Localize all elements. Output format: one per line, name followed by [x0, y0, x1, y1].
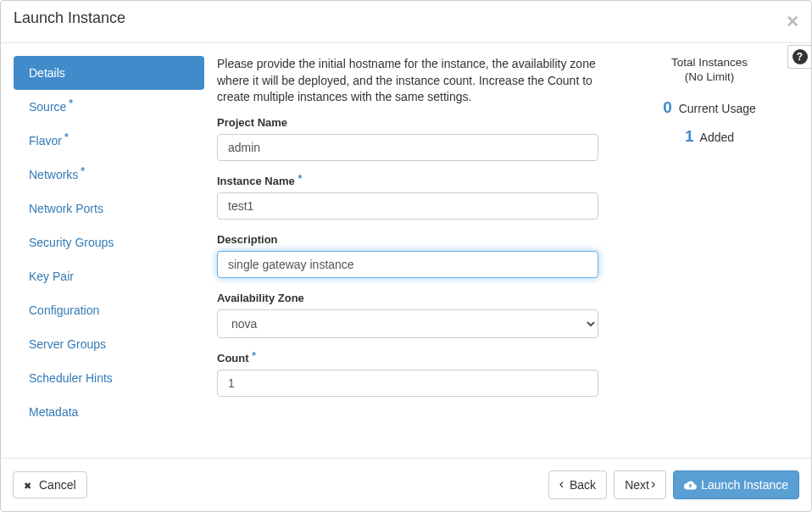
chevron-left-icon [559, 477, 565, 493]
help-button[interactable]: ? [787, 45, 811, 69]
required-asterisk-icon: * [252, 350, 256, 362]
form-area: Please provide the initial hostname for … [217, 56, 616, 445]
stat-number: 1 [685, 127, 694, 145]
sidebar-item-label: Flavor [29, 134, 62, 147]
sidebar-item-label: Key Pair [29, 270, 74, 283]
sidebar-item-label: Security Groups [29, 236, 114, 249]
stat-added: 1 Added [633, 127, 786, 146]
field-description: Description [217, 233, 616, 278]
wizard-sidebar: Details Source* Flavor* Networks* Networ… [14, 56, 204, 445]
label-description: Description [217, 233, 616, 246]
footer-right: Back Next Launch Instance [548, 470, 799, 499]
next-button[interactable]: Next [614, 470, 666, 499]
sidebar-item-label: Metadata [29, 405, 78, 419]
input-project-name[interactable] [217, 134, 598, 161]
stat-number: 0 [663, 98, 672, 116]
sidebar-item-label: Server Groups [29, 337, 106, 351]
label-count: Count * [217, 352, 616, 365]
cloud-upload-icon [684, 479, 697, 492]
sidebar-item-scheduler-hints[interactable]: Scheduler Hints [14, 361, 204, 395]
sidebar-item-network-ports[interactable]: Network Ports [14, 192, 204, 225]
field-instance-name: Instance Name * [217, 175, 616, 220]
modal-title: Launch Instance [14, 9, 125, 27]
field-project-name: Project Name [217, 116, 616, 161]
sidebar-item-key-pair[interactable]: Key Pair [14, 259, 204, 293]
stat-label: Added [700, 131, 734, 144]
cancel-button[interactable]: Cancel [13, 471, 87, 498]
sidebar-item-label: Configuration [29, 303, 99, 317]
stats-panel: Total Instances (No Limit) 0 Current Usa… [616, 56, 786, 445]
sidebar-item-source[interactable]: Source* [14, 90, 204, 124]
required-asterisk-icon: * [298, 173, 302, 185]
sidebar-item-flavor[interactable]: Flavor* [14, 124, 204, 158]
sidebar-item-networks[interactable]: Networks* [14, 158, 204, 192]
sidebar-item-security-groups[interactable]: Security Groups [14, 225, 204, 259]
sidebar-item-label: Networks [29, 168, 78, 181]
chevron-right-icon: Next [625, 477, 655, 493]
sidebar-item-label: Source [29, 100, 66, 114]
input-description[interactable] [217, 251, 598, 278]
field-count: Count * [217, 352, 616, 397]
back-button[interactable]: Back [548, 470, 607, 499]
help-icon: ? [793, 49, 808, 64]
input-count[interactable] [217, 370, 598, 397]
intro-text: Please provide the initial hostname for … [217, 56, 616, 106]
label-project-name: Project Name [217, 116, 616, 129]
launch-instance-modal: Launch Instance × ? Details Source* Flav… [0, 0, 812, 512]
stat-current-usage: 0 Current Usage [633, 98, 786, 117]
launch-instance-button[interactable]: Launch Instance [673, 470, 799, 499]
modal-footer: Cancel Back Next Launch Instance [1, 458, 811, 511]
main-content: Please provide the initial hostname for … [204, 56, 798, 445]
sidebar-item-configuration[interactable]: Configuration [14, 293, 204, 327]
sidebar-item-details[interactable]: Details [14, 56, 204, 90]
sidebar-item-metadata[interactable]: Metadata [14, 395, 204, 429]
sidebar-item-label: Network Ports [29, 202, 103, 215]
stat-label: Current Usage [679, 102, 756, 115]
label-availability-zone: Availability Zone [217, 292, 616, 304]
sidebar-item-label: Scheduler Hints [29, 371, 113, 385]
required-asterisk-icon: * [64, 131, 69, 143]
x-icon [24, 478, 35, 492]
close-icon[interactable]: × [787, 11, 798, 31]
modal-body: Details Source* Flavor* Networks* Networ… [1, 43, 811, 458]
select-availability-zone[interactable]: nova [217, 309, 598, 338]
stats-subtitle: (No Limit) [633, 70, 786, 83]
label-instance-name: Instance Name * [217, 175, 616, 187]
required-asterisk-icon: * [69, 97, 73, 109]
sidebar-item-server-groups[interactable]: Server Groups [14, 327, 204, 361]
sidebar-item-label: Details [29, 66, 65, 80]
field-availability-zone: Availability Zone nova [217, 292, 616, 338]
stats-title: Total Instances [633, 56, 786, 69]
required-asterisk-icon: * [81, 165, 85, 177]
input-instance-name[interactable] [217, 192, 598, 220]
modal-header: Launch Instance [1, 1, 811, 43]
